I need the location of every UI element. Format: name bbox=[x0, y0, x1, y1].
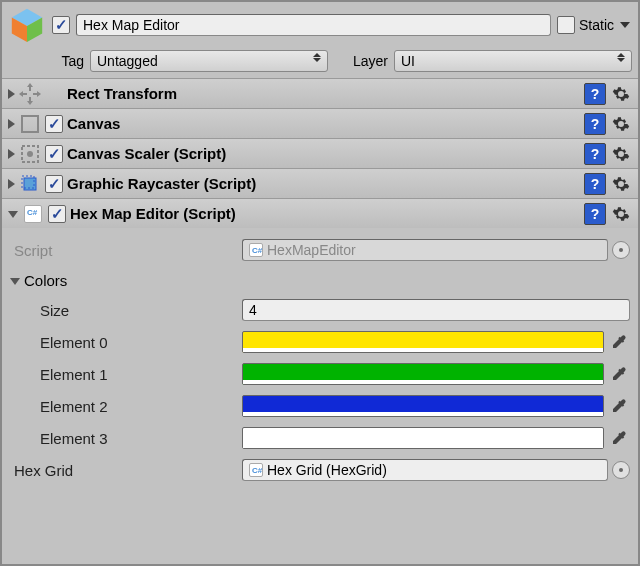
element-2-color-swatch[interactable] bbox=[242, 395, 604, 417]
script-label: Script bbox=[10, 242, 238, 259]
layer-value: UI bbox=[401, 53, 415, 69]
component-title: Canvas bbox=[67, 115, 580, 132]
gear-icon[interactable] bbox=[610, 113, 632, 135]
component-header-graphic-raycaster[interactable]: Graphic Raycaster (Script) ? bbox=[2, 168, 638, 198]
graphic-raycaster-icon bbox=[19, 173, 41, 195]
svg-marker-8 bbox=[27, 83, 33, 87]
svg-rect-12 bbox=[22, 116, 38, 132]
colors-foldout-icon[interactable] bbox=[10, 278, 20, 285]
gear-icon[interactable] bbox=[610, 143, 632, 165]
canvas-icon bbox=[19, 113, 41, 135]
element-0-color-swatch[interactable] bbox=[242, 331, 604, 353]
eyedropper-icon[interactable] bbox=[608, 363, 630, 385]
script-icon bbox=[249, 243, 263, 257]
foldout-icon[interactable] bbox=[8, 89, 15, 99]
tag-dropdown[interactable]: Untagged bbox=[90, 50, 328, 72]
component-header-canvas[interactable]: Canvas ? bbox=[2, 108, 638, 138]
object-picker-button[interactable] bbox=[612, 241, 630, 259]
element-3-label: Element 3 bbox=[10, 430, 238, 447]
hex-grid-value: Hex Grid (HexGrid) bbox=[267, 462, 601, 478]
static-label: Static bbox=[579, 17, 614, 33]
element-1-color-swatch[interactable] bbox=[242, 363, 604, 385]
tag-value: Untagged bbox=[97, 53, 158, 69]
dropdown-arrows-icon bbox=[313, 53, 321, 62]
help-icon[interactable]: ? bbox=[584, 203, 606, 225]
size-input[interactable] bbox=[242, 299, 630, 321]
element-1-label: Element 1 bbox=[10, 366, 238, 383]
component-title: Hex Map Editor (Script) bbox=[70, 205, 580, 222]
gameobject-name-input[interactable] bbox=[76, 14, 551, 36]
colors-label: Colors bbox=[24, 272, 67, 289]
foldout-icon[interactable] bbox=[8, 149, 15, 159]
foldout-icon[interactable] bbox=[8, 211, 18, 218]
component-enabled-checkbox[interactable] bbox=[48, 205, 66, 223]
layer-dropdown[interactable]: UI bbox=[394, 50, 632, 72]
component-header-hex-map-editor[interactable]: Hex Map Editor (Script) ? bbox=[2, 198, 638, 228]
eyedropper-icon[interactable] bbox=[608, 395, 630, 417]
layer-label: Layer bbox=[344, 53, 388, 69]
tag-label: Tag bbox=[50, 53, 84, 69]
component-header-canvas-scaler[interactable]: Canvas Scaler (Script) ? bbox=[2, 138, 638, 168]
hex-map-editor-body: Script HexMapEditor Colors Size Element … bbox=[2, 228, 638, 492]
component-header-rect-transform[interactable]: Rect Transform ? bbox=[2, 78, 638, 108]
element-0-label: Element 0 bbox=[10, 334, 238, 351]
element-3-color-swatch[interactable] bbox=[242, 427, 604, 449]
component-title: Canvas Scaler (Script) bbox=[67, 145, 580, 162]
script-icon bbox=[22, 203, 44, 225]
script-name: HexMapEditor bbox=[267, 242, 601, 258]
gameobject-active-checkbox[interactable] bbox=[52, 16, 70, 34]
size-label: Size bbox=[10, 302, 238, 319]
gear-icon[interactable] bbox=[610, 83, 632, 105]
svg-marker-11 bbox=[37, 91, 41, 97]
component-enabled-checkbox[interactable] bbox=[45, 115, 63, 133]
eyedropper-icon[interactable] bbox=[608, 331, 630, 353]
help-icon[interactable]: ? bbox=[584, 143, 606, 165]
element-2-label: Element 2 bbox=[10, 398, 238, 415]
gear-icon[interactable] bbox=[610, 173, 632, 195]
foldout-icon[interactable] bbox=[8, 179, 15, 189]
hex-grid-label: Hex Grid bbox=[10, 462, 238, 479]
rect-transform-icon bbox=[19, 83, 41, 105]
static-checkbox[interactable] bbox=[557, 16, 575, 34]
hex-grid-field[interactable]: Hex Grid (HexGrid) bbox=[242, 459, 608, 481]
svg-point-14 bbox=[27, 151, 33, 157]
object-picker-button[interactable] bbox=[612, 461, 630, 479]
svg-marker-10 bbox=[19, 91, 23, 97]
gear-icon[interactable] bbox=[610, 203, 632, 225]
help-icon[interactable]: ? bbox=[584, 173, 606, 195]
component-enabled-checkbox[interactable] bbox=[45, 145, 63, 163]
static-dropdown-arrow[interactable] bbox=[618, 18, 632, 32]
canvas-scaler-icon bbox=[19, 143, 41, 165]
component-title: Graphic Raycaster (Script) bbox=[67, 175, 580, 192]
help-icon[interactable]: ? bbox=[584, 113, 606, 135]
svg-marker-3 bbox=[620, 22, 630, 28]
gameobject-cube-icon bbox=[8, 6, 46, 44]
svg-marker-9 bbox=[27, 101, 33, 105]
dropdown-arrows-icon bbox=[617, 53, 625, 62]
eyedropper-icon[interactable] bbox=[608, 427, 630, 449]
script-field: HexMapEditor bbox=[242, 239, 608, 261]
script-icon bbox=[249, 463, 263, 477]
foldout-icon[interactable] bbox=[8, 119, 15, 129]
component-enabled-checkbox[interactable] bbox=[45, 175, 63, 193]
component-title: Rect Transform bbox=[67, 85, 580, 102]
help-icon[interactable]: ? bbox=[584, 83, 606, 105]
